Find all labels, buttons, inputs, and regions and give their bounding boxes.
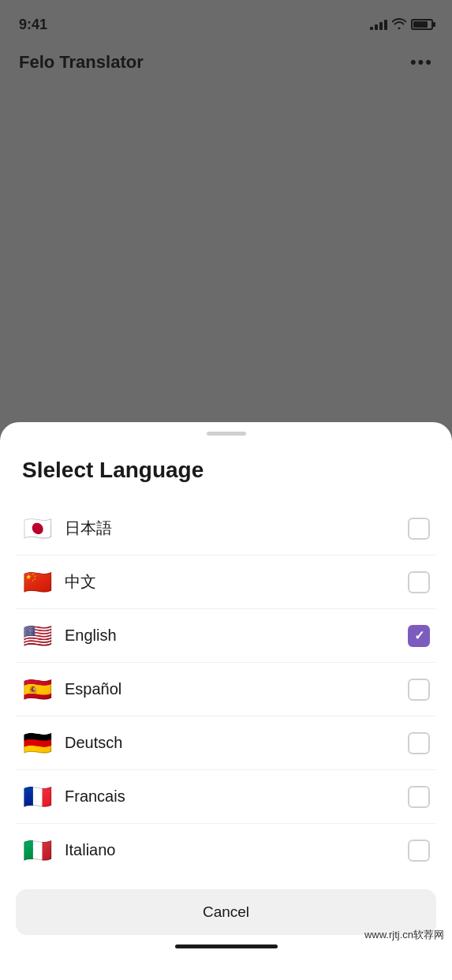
- lang-name-german: Deutsch: [65, 734, 122, 752]
- flag-french: 🇫🇷: [22, 783, 52, 810]
- lang-left: 🇪🇸Español: [22, 675, 121, 703]
- lang-left: 🇮🇹Italiano: [22, 836, 116, 864]
- sheet-title: Slelect Language: [0, 451, 452, 502]
- flag-english: 🇺🇸: [22, 622, 52, 649]
- language-item-japanese[interactable]: 🇯🇵日本語: [16, 502, 436, 555]
- app-header: Felo Translator •••: [0, 39, 452, 85]
- flag-japanese: 🇯🇵: [22, 514, 52, 542]
- home-indicator: [175, 944, 278, 948]
- checkbox-spanish[interactable]: [408, 679, 430, 701]
- checkbox-german[interactable]: [408, 732, 430, 754]
- checkbox-chinese[interactable]: [408, 571, 430, 593]
- language-item-italian[interactable]: 🇮🇹Italiano: [16, 824, 436, 877]
- language-item-german[interactable]: 🇩🇪Deutsch: [16, 716, 436, 770]
- lang-name-french: Francais: [65, 787, 125, 806]
- lang-left: 🇺🇸English: [22, 622, 117, 649]
- lang-left: 🇨🇳中文: [22, 568, 96, 596]
- status-bar: 9:41: [0, 0, 452, 39]
- flag-chinese: 🇨🇳: [22, 568, 52, 596]
- language-item-french[interactable]: 🇫🇷Francais: [16, 770, 436, 824]
- lang-name-english: English: [65, 627, 117, 645]
- lang-left: 🇩🇪Deutsch: [22, 729, 122, 757]
- watermark: www.rjtj.cn软荐网: [364, 928, 444, 942]
- lang-name-spanish: Español: [65, 680, 121, 698]
- checkbox-english[interactable]: [408, 625, 430, 647]
- flag-german: 🇩🇪: [22, 729, 52, 757]
- sheet-handle: [207, 432, 246, 436]
- flag-italian: 🇮🇹: [22, 836, 52, 864]
- language-sheet: Slelect Language 🇯🇵日本語🇨🇳中文🇺🇸English🇪🇸Esp…: [0, 422, 452, 980]
- language-item-english[interactable]: 🇺🇸English: [16, 609, 436, 663]
- signal-icon: [370, 19, 387, 30]
- checkbox-italian[interactable]: [408, 840, 430, 862]
- lang-left: 🇯🇵日本語: [22, 514, 112, 542]
- cancel-button-wrapper: Cancel: [0, 877, 452, 935]
- app-title: Felo Translator: [19, 52, 144, 73]
- language-item-spanish[interactable]: 🇪🇸Español: [16, 663, 436, 716]
- battery-icon: [411, 19, 433, 30]
- lang-name-chinese: 中文: [65, 571, 96, 593]
- status-time: 9:41: [19, 17, 47, 33]
- wifi-icon: [392, 18, 406, 32]
- lang-name-japanese: 日本語: [65, 518, 112, 539]
- status-icons: [370, 18, 433, 32]
- language-list: 🇯🇵日本語🇨🇳中文🇺🇸English🇪🇸Español🇩🇪Deutsch🇫🇷Fr…: [0, 502, 452, 877]
- lang-left: 🇫🇷Francais: [22, 783, 125, 810]
- lang-name-italian: Italiano: [65, 841, 116, 859]
- checkbox-japanese[interactable]: [408, 518, 430, 540]
- more-menu-button[interactable]: •••: [410, 54, 433, 71]
- flag-spanish: 🇪🇸: [22, 675, 52, 703]
- background-content: [0, 85, 452, 338]
- checkbox-french[interactable]: [408, 786, 430, 808]
- language-item-chinese[interactable]: 🇨🇳中文: [16, 555, 436, 609]
